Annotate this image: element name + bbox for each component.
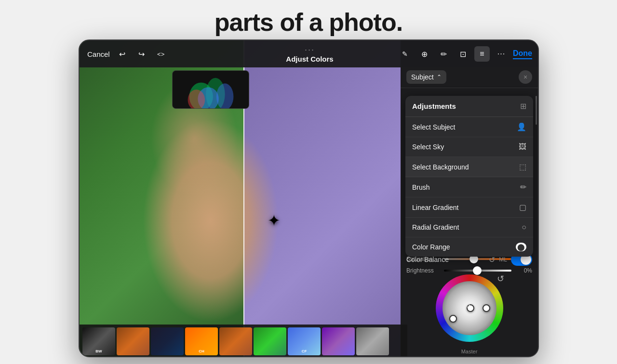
select-background-label: Select Background [412, 163, 469, 171]
redo-icon: ↪ [138, 50, 145, 59]
crop-tool-button[interactable]: ⊡ [455, 46, 470, 62]
color-wheel-wrapper: ↺ + [431, 270, 508, 347]
filmstrip-item[interactable] [151, 327, 184, 355]
ipad-frame: ✦ BW CH CF Cancel ↩ [79, 39, 539, 357]
done-button[interactable]: Done [513, 49, 532, 59]
filmstrip-item[interactable]: CF [288, 327, 321, 355]
select-background-icon: ⬚ [519, 162, 526, 171]
undo-button[interactable]: ↩ [116, 47, 129, 61]
filmstrip-item-label: BW [82, 349, 115, 353]
dropdown-header-title: Adjustments [412, 102, 456, 110]
dropdown-item-select-sky[interactable]: Select Sky 🖼 [405, 137, 533, 157]
filmstrip-item[interactable] [219, 327, 252, 355]
filmstrip-item[interactable]: BW [82, 327, 115, 355]
top-toolbar: Cancel ↩ ↪ <> ··· Adjust Colors ✎ ⊕ ✏ [80, 40, 539, 67]
redo-button[interactable]: ↪ [135, 47, 148, 61]
filmstrip-item-label: CH [185, 349, 218, 353]
radial-gradient-icon: ○ [522, 223, 526, 232]
filmstrip-item[interactable]: CH [185, 327, 218, 355]
dropdown-menu: Adjustments ⊞ Select Subject 👤 Select Sk… [405, 96, 533, 257]
layers-tool-button[interactable]: ≡ [474, 46, 490, 62]
chevron-up-icon: ⌃ [437, 74, 442, 80]
brush-label: Brush [412, 183, 430, 191]
dropdown-item-radial-gradient[interactable]: Radial Gradient ○ [405, 218, 533, 237]
cancel-button[interactable]: Cancel [87, 50, 110, 58]
select-sky-label: Select Sky [412, 143, 444, 151]
linear-gradient-label: Linear Gradient [412, 204, 459, 211]
toolbar-center: ··· Adjust Colors [286, 45, 333, 63]
panel-close-button[interactable]: × [519, 70, 532, 84]
toolbar-right: ✎ ⊕ ✏ ⊡ ≡ ··· Done [397, 46, 532, 62]
pencil-tool-button[interactable]: ✏ [436, 46, 451, 62]
subject-label: Subject [411, 73, 434, 81]
histogram-thumbnail [172, 70, 249, 109]
radial-gradient-label: Radial Gradient [412, 223, 459, 231]
dropdown-item-color-range[interactable]: Color Range ⬤ [405, 237, 533, 257]
pencil-tool-icon: ✏ [441, 50, 447, 59]
subject-selector[interactable]: Subject ⌃ [406, 70, 446, 84]
page-title-area: parts of a photo. [0, 0, 617, 36]
filmstrip-item-label: CF [288, 349, 321, 353]
wheel-right-handle[interactable] [483, 304, 490, 312]
toolbar-left: Cancel ↩ ↪ <> [87, 47, 168, 61]
dropdown-item-select-subject[interactable]: Select Subject 👤 [405, 117, 533, 137]
color-wheel-ring: + [436, 274, 503, 342]
brush-tool-icon: ✎ [402, 50, 408, 58]
page-title: parts of a photo. [0, 0, 617, 36]
dropdown-item-linear-gradient[interactable]: Linear Gradient ▢ [405, 197, 533, 218]
mask-tool-icon: ⊕ [421, 50, 428, 59]
panel-scrollbar[interactable] [536, 96, 537, 125]
dropdown-header: Adjustments ⊞ [405, 96, 533, 117]
color-balance-title: Color Balance [406, 256, 449, 263]
filmstrip-item[interactable] [356, 327, 389, 355]
master-label: Master [406, 349, 532, 354]
brush-icon: ✏ [520, 182, 526, 192]
code-icon: <> [157, 51, 164, 58]
more-tool-icon: ··· [497, 50, 505, 58]
select-subject-icon: 👤 [517, 122, 526, 131]
dropdown-item-brush[interactable]: Brush ✏ [405, 177, 533, 197]
dropdown-item-select-background[interactable]: Select Background ⬚ [405, 157, 533, 177]
wheel-plus-icon: + [467, 302, 472, 312]
filmstrip-item[interactable] [322, 327, 355, 355]
ml-badge: ML [499, 256, 507, 263]
dropdown-header-icon: ⊞ [520, 102, 526, 111]
filmstrip-item[interactable] [254, 327, 286, 355]
close-icon: × [523, 73, 527, 81]
select-sky-icon: 🖼 [519, 143, 526, 151]
brush-tool-button[interactable]: ✎ [397, 46, 413, 62]
right-panel: Subject ⌃ × Adjustments ⊞ Select Subject… [401, 40, 538, 357]
undo-icon: ↩ [119, 50, 125, 59]
toolbar-dots: ··· [305, 45, 315, 54]
move-cursor-icon: ✦ [268, 211, 281, 230]
more-tool-button[interactable]: ··· [494, 46, 509, 62]
mask-tool-button[interactable]: ⊕ [416, 46, 432, 62]
color-wheel-inner[interactable]: + [443, 281, 496, 335]
linear-gradient-icon: ▢ [519, 203, 526, 212]
color-range-label: Color Range [412, 243, 450, 251]
wheel-reset-button[interactable]: ↺ [497, 273, 504, 284]
select-subject-label: Select Subject [412, 123, 456, 131]
code-button[interactable]: <> [154, 47, 168, 61]
filmstrip[interactable]: BW CH CF [80, 325, 407, 357]
filmstrip-item[interactable] [117, 327, 149, 355]
toolbar-title: Adjust Colors [286, 55, 333, 63]
color-range-icon: ⬤ [516, 243, 526, 251]
layers-tool-icon: ≡ [480, 50, 484, 58]
crop-tool-icon: ⊡ [460, 50, 466, 59]
color-balance-section: Color Balance ↺ ML ↺ [401, 249, 538, 357]
color-wheel-container: ↺ + [406, 270, 532, 347]
wheel-left-handle[interactable] [449, 315, 457, 323]
